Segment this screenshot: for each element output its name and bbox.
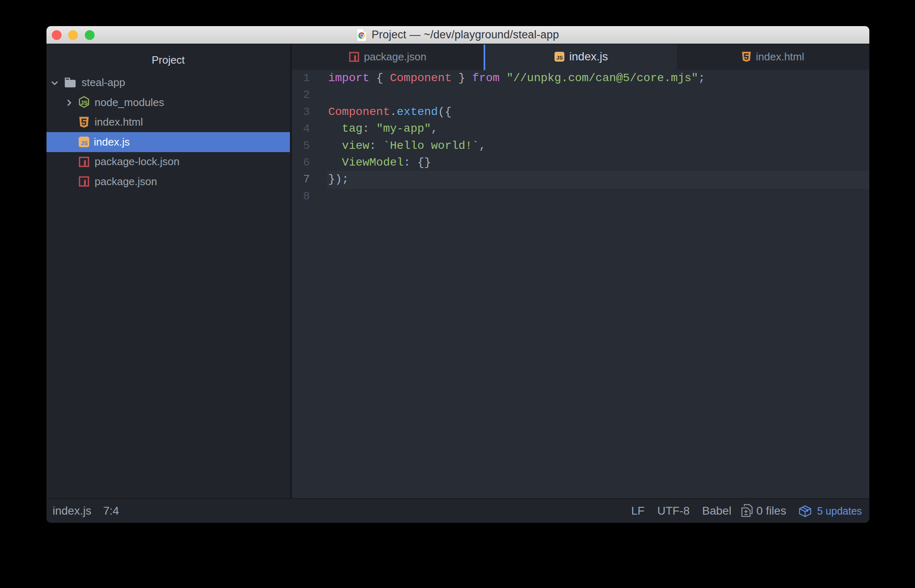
svg-text:JS: JS [557,55,563,61]
svg-text:JS: JS [80,99,88,106]
svg-text:JS: JS [81,140,88,146]
